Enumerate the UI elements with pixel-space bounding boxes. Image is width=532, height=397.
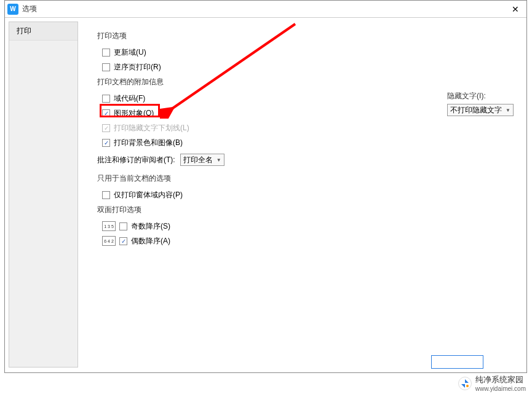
watermark-url: www.yidaimei.com bbox=[475, 385, 526, 392]
option-label: 域代码(F) bbox=[114, 93, 145, 104]
watermark: 纯净系统家园 www.yidaimei.com bbox=[458, 374, 526, 392]
titlebar: W 选项 ✕ bbox=[5, 1, 526, 18]
checkbox-icon bbox=[102, 191, 110, 199]
close-icon: ✕ bbox=[512, 4, 519, 14]
checkbox-icon bbox=[102, 49, 110, 57]
checkbox-icon bbox=[102, 124, 110, 132]
reviewer-select[interactable]: 打印全名 ▼ bbox=[180, 154, 224, 166]
hidden-text-label: 隐藏文字(I): bbox=[447, 91, 514, 101]
checkbox-icon bbox=[119, 222, 127, 230]
sidebar-item-print[interactable]: 打印 bbox=[9, 22, 77, 41]
option-update-fields[interactable]: 更新域(U) bbox=[102, 46, 511, 58]
app-icon: W bbox=[7, 4, 18, 15]
options-dialog: W 选项 ✕ 打印 打印选项 更新域(U) 逆序页打印(R) 打印文档的附加信息… bbox=[4, 0, 527, 373]
option-label: 打印背景色和图像(B) bbox=[114, 138, 183, 148]
option-background[interactable]: 打印背景色和图像(B) bbox=[102, 136, 511, 149]
svg-point-1 bbox=[466, 385, 469, 387]
checkbox-icon bbox=[119, 237, 127, 245]
duplex-odd-icon: 1 3 5 bbox=[102, 221, 116, 231]
close-button[interactable]: ✕ bbox=[507, 2, 524, 17]
dialog-body: 打印 打印选项 更新域(U) 逆序页打印(R) 打印文档的附加信息 域代码(F)… bbox=[5, 18, 526, 372]
select-value: 不打印隐藏文字 bbox=[450, 105, 502, 116]
option-label: 偶数降序(A) bbox=[131, 236, 170, 246]
chevron-down-icon: ▼ bbox=[216, 157, 221, 163]
option-reverse-order[interactable]: 逆序页打印(R) bbox=[102, 61, 511, 73]
option-label: 更新域(U) bbox=[114, 47, 146, 58]
checkbox-icon bbox=[102, 139, 110, 147]
window-title: 选项 bbox=[22, 4, 507, 14]
section-doc-extras: 打印文档的附加信息 bbox=[97, 77, 511, 87]
sidebar: 打印 bbox=[9, 22, 78, 368]
checkbox-icon bbox=[102, 95, 110, 103]
hidden-text-group: 隐藏文字(I): 不打印隐藏文字 ▼ bbox=[447, 91, 514, 116]
checkbox-icon bbox=[102, 63, 110, 71]
footer-button[interactable] bbox=[431, 355, 483, 369]
option-form-only[interactable]: 仅打印窗体域内容(P) bbox=[102, 189, 511, 201]
hidden-text-select[interactable]: 不打印隐藏文字 ▼ bbox=[447, 104, 514, 116]
checkbox-icon bbox=[102, 109, 110, 117]
watermark-brand: 纯净系统家园 bbox=[475, 374, 526, 385]
watermark-icon bbox=[458, 377, 472, 390]
chevron-down-icon: ▼ bbox=[506, 108, 510, 113]
option-label: 逆序页打印(R) bbox=[114, 62, 161, 73]
option-label: 图形对象(O) bbox=[114, 108, 154, 119]
option-label: 打印隐藏文字下划线(L) bbox=[114, 123, 189, 133]
section-current-doc: 只用于当前文档的选项 bbox=[97, 173, 511, 184]
section-duplex: 双面打印选项 bbox=[97, 205, 511, 215]
option-odd-desc[interactable]: 1 3 5 奇数降序(S) bbox=[102, 220, 511, 232]
select-value: 打印全名 bbox=[183, 155, 213, 165]
option-even-desc[interactable]: 6 4 2 偶数降序(A) bbox=[102, 235, 511, 247]
option-label: 奇数降序(S) bbox=[131, 221, 170, 232]
duplex-even-icon: 6 4 2 bbox=[102, 236, 116, 246]
section-print-options: 打印选项 bbox=[97, 31, 511, 41]
reviewer-row: 批注和修订的审阅者(T): 打印全名 ▼ bbox=[97, 154, 511, 166]
content-panel: 打印选项 更新域(U) 逆序页打印(R) 打印文档的附加信息 域代码(F) 图形… bbox=[78, 18, 526, 372]
reviewer-label: 批注和修订的审阅者(T): bbox=[97, 155, 175, 165]
option-hidden-underline: 打印隐藏文字下划线(L) bbox=[102, 122, 511, 134]
option-label: 仅打印窗体域内容(P) bbox=[114, 190, 183, 200]
